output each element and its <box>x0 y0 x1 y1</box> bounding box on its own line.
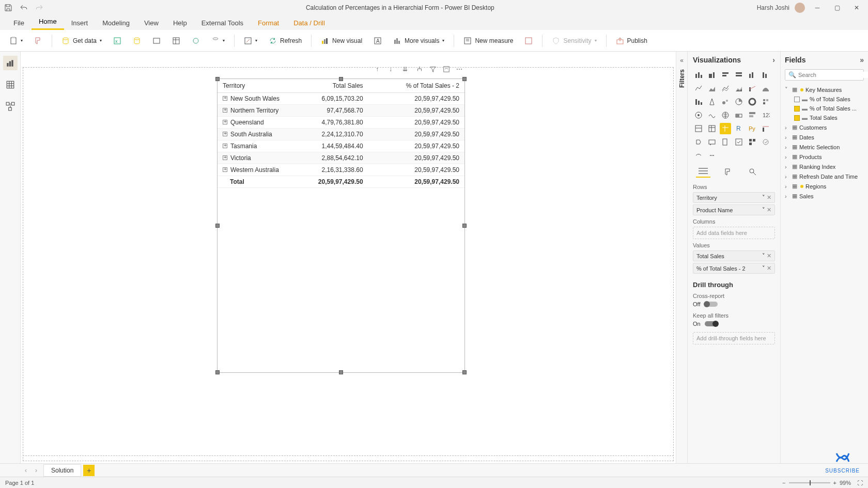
viz-type-17[interactable] <box>760 96 771 107</box>
drill-down-icon[interactable]: ↓ <box>389 66 397 74</box>
viz-type-14[interactable] <box>720 96 731 107</box>
tab-insert[interactable]: Insert <box>64 16 96 30</box>
sql-button[interactable] <box>148 35 165 47</box>
format-painter-button[interactable] <box>30 35 47 47</box>
recent-sources-button[interactable]: ▾ <box>207 35 229 47</box>
field--of-total-sales[interactable]: ▬% of Total Sales <box>785 95 864 104</box>
user-name[interactable]: Harsh Joshi <box>757 4 789 11</box>
page-tab-solution[interactable]: Solution <box>43 464 81 477</box>
table-products[interactable]: ›▦Products <box>785 152 864 162</box>
viz-type-20[interactable] <box>720 109 731 121</box>
viz-type-9[interactable] <box>733 83 745 94</box>
viz-type-35[interactable] <box>760 136 771 148</box>
col-header-total-sales[interactable]: Total Sales <box>285 79 368 93</box>
chevron-right-icon[interactable]: » <box>860 56 864 64</box>
row-field-product-name[interactable]: Product Name˅ ✕ <box>693 204 775 215</box>
zoom-slider[interactable] <box>789 482 830 483</box>
save-icon[interactable] <box>4 4 12 12</box>
expand-icon[interactable] <box>223 144 227 148</box>
viz-type-8[interactable] <box>720 83 731 94</box>
viz-type-21[interactable] <box>733 109 745 121</box>
checkbox[interactable] <box>794 97 800 102</box>
viz-type-33[interactable] <box>733 136 745 148</box>
undo-icon[interactable] <box>20 4 28 12</box>
keep-filters-toggle[interactable]: On <box>693 321 775 327</box>
viz-type-29[interactable] <box>760 123 771 134</box>
viz-type-28[interactable]: Py <box>747 123 758 134</box>
table-row[interactable]: Western Australia2,16,31,338.6020,59,97,… <box>218 164 464 176</box>
table-customers[interactable]: ›▦Customers <box>785 122 864 132</box>
row-field-territory[interactable]: Territory˅ ✕ <box>693 192 775 203</box>
table-key-measures[interactable]: ˅▦Key Measures <box>785 85 864 95</box>
viz-type-22[interactable] <box>747 109 758 121</box>
col-header-pct[interactable]: % of Total Sales - 2 <box>368 79 464 93</box>
expand-hierarchy-icon[interactable] <box>416 66 424 74</box>
drill-up-icon[interactable]: ↑ <box>376 66 384 74</box>
fields-tab-button[interactable] <box>696 166 710 178</box>
excel-button[interactable]: x <box>109 35 126 47</box>
expand-icon[interactable] <box>223 132 227 136</box>
viz-type-27[interactable]: R <box>733 123 745 134</box>
next-page-button[interactable]: › <box>31 465 41 476</box>
paste-button[interactable]: ▾ <box>5 35 27 47</box>
viz-type-5[interactable] <box>760 69 771 81</box>
analytics-tab-button[interactable] <box>746 166 760 178</box>
zoom-out-button[interactable]: − <box>782 480 785 486</box>
tab-help[interactable]: Help <box>166 16 194 30</box>
publish-button[interactable]: Publish <box>612 35 652 47</box>
viz-type-16[interactable] <box>747 96 758 107</box>
table-dates[interactable]: ›▦Dates <box>785 132 864 142</box>
tab-data-drill[interactable]: Data / Drill <box>286 16 332 30</box>
table-metric-selection[interactable]: ›▦Metric Selection <box>785 142 864 152</box>
cross-report-toggle[interactable]: Off <box>693 301 775 307</box>
field-total-sales[interactable]: ▬Total Sales <box>785 113 864 122</box>
table-row[interactable]: Northern Territory97,47,568.7020,59,97,4… <box>218 105 464 117</box>
table-refresh-date-and-time[interactable]: ›▦Refresh Date and Time <box>785 171 864 181</box>
tab-file[interactable]: File <box>6 16 32 30</box>
expand-icon[interactable] <box>223 108 227 113</box>
report-view-button[interactable] <box>3 56 18 70</box>
tab-view[interactable]: View <box>137 16 166 30</box>
model-view-button[interactable] <box>3 99 18 114</box>
dataverse-button[interactable] <box>188 35 204 47</box>
new-measure-button[interactable]: New measure <box>459 35 517 47</box>
table-regions[interactable]: ›▦Regions <box>785 181 864 191</box>
expand-all-icon[interactable]: ⇊ <box>402 66 411 74</box>
filters-pane-collapsed[interactable]: « Filters <box>676 52 687 463</box>
expand-icon[interactable] <box>223 155 227 160</box>
table-row[interactable]: Queensland4,79,76,381.8020,59,97,429.50 <box>218 117 464 129</box>
viz-type-2[interactable] <box>720 69 731 81</box>
viz-type-37[interactable] <box>706 150 718 161</box>
filter-icon[interactable] <box>429 66 438 74</box>
refresh-button[interactable]: Refresh <box>265 35 306 47</box>
viz-type-10[interactable] <box>747 83 758 94</box>
tab-home[interactable]: Home <box>32 14 64 30</box>
viz-type-26[interactable] <box>720 123 731 134</box>
tab-format[interactable]: Format <box>251 16 286 30</box>
expand-icon[interactable] <box>223 120 227 124</box>
viz-type-32[interactable] <box>720 136 731 148</box>
more-options-icon[interactable]: ⋯ <box>456 66 464 74</box>
tab-modeling[interactable]: Modeling <box>95 16 137 30</box>
add-page-button[interactable]: + <box>83 465 95 476</box>
columns-drop[interactable]: Add data fields here <box>693 227 775 239</box>
viz-type-7[interactable] <box>706 83 718 94</box>
minimize-button[interactable]: ─ <box>810 1 825 15</box>
chevron-left-icon[interactable]: « <box>680 57 684 64</box>
expand-icon[interactable] <box>223 96 227 101</box>
matrix-visual[interactable]: ↑ ↓ ⇊ ⋯ Territory Total Sales % of Total… <box>217 78 465 373</box>
more-visuals-button[interactable]: More visuals▾ <box>389 35 448 47</box>
avatar[interactable] <box>795 3 805 13</box>
fit-page-button[interactable]: ⛶ <box>857 480 863 486</box>
new-visual-button[interactable]: New visual <box>317 35 366 47</box>
transform-data-button[interactable]: ▾ <box>240 35 261 47</box>
viz-type-23[interactable]: 123 <box>760 109 771 121</box>
viz-type-3[interactable] <box>733 69 745 81</box>
table-ranking-index[interactable]: ›▦Ranking Index <box>785 162 864 171</box>
chevron-right-icon[interactable]: › <box>772 56 775 64</box>
zoom-in-button[interactable]: + <box>833 480 836 486</box>
viz-type-1[interactable] <box>706 69 718 81</box>
enter-data-button[interactable] <box>168 35 184 47</box>
viz-type-15[interactable] <box>733 96 745 107</box>
viz-type-25[interactable] <box>706 123 718 134</box>
